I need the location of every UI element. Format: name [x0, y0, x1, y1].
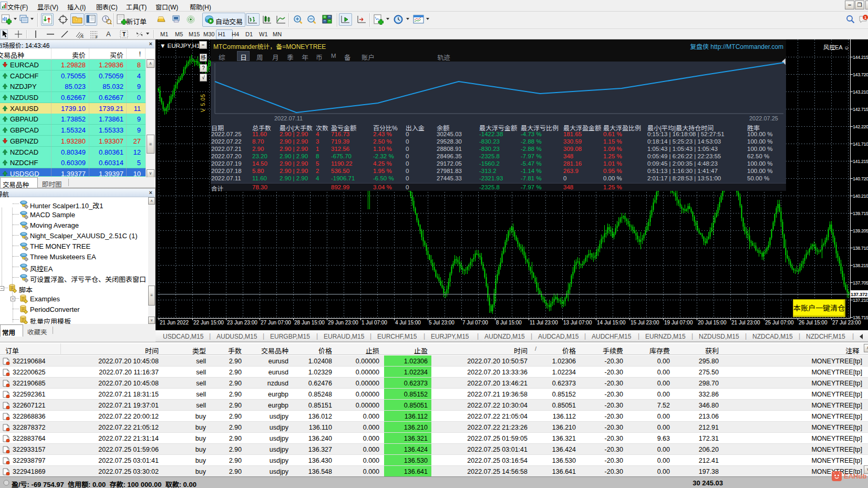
svg-text:8 Jul 15:00: 8 Jul 15:00: [496, 320, 522, 326]
svg-text:5 Jul 23:00: 5 Jul 23:00: [429, 320, 454, 326]
svg-text:1 Jul 07:00: 1 Jul 07:00: [361, 320, 387, 326]
svg-text:142.715: 142.715: [853, 107, 868, 112]
svg-text:137.372: 137.372: [851, 292, 867, 297]
svg-text:14 Jul 15:00: 14 Jul 15:00: [597, 320, 626, 326]
svg-text:139.205: 139.205: [853, 228, 868, 233]
svg-text:E: E: [81, 35, 84, 38]
svg-text:140.210: 140.210: [853, 194, 868, 199]
svg-text:138.710: 138.710: [853, 246, 868, 251]
svg-text:20 Jul 15:00: 20 Jul 15:00: [698, 320, 727, 326]
svg-text:23 Jun 23:00: 23 Jun 23:00: [227, 320, 257, 326]
svg-text:141.710: 141.710: [853, 141, 868, 147]
svg-text:4 Jul 15:00: 4 Jul 15:00: [395, 320, 421, 326]
svg-text:11 Jul 23:00: 11 Jul 23:00: [530, 320, 558, 326]
svg-text:27 Jun 07:00: 27 Jun 07:00: [261, 320, 291, 326]
svg-text:144.215: 144.215: [853, 55, 868, 60]
svg-text:143.720: 143.720: [853, 72, 868, 77]
svg-text:138.215: 138.215: [853, 263, 868, 268]
svg-text:15 Jul 23:00: 15 Jul 23:00: [631, 320, 659, 326]
svg-text:F: F: [96, 35, 98, 38]
svg-text:T: T: [122, 32, 126, 37]
svg-text:28 Jun 15:00: 28 Jun 15:00: [294, 320, 325, 326]
svg-text:142.220: 142.220: [853, 124, 868, 129]
svg-text:141.215: 141.215: [853, 159, 868, 164]
svg-text:137.210: 137.210: [853, 298, 868, 303]
svg-text:137.705: 137.705: [853, 280, 868, 286]
svg-text:26 Jul 15:00: 26 Jul 15:00: [799, 320, 828, 326]
svg-text:13 Jul 07:00: 13 Jul 07:00: [563, 320, 592, 326]
svg-text:140.720: 140.720: [853, 176, 868, 181]
svg-text:139.715: 139.715: [853, 211, 868, 216]
svg-text:25 Jul 07:00: 25 Jul 07:00: [765, 320, 794, 326]
svg-text:19 Jul 07:00: 19 Jul 07:00: [664, 320, 693, 326]
svg-text:21 Jul 23:00: 21 Jul 23:00: [731, 320, 760, 326]
svg-text:136.715: 136.715: [853, 315, 868, 320]
svg-text:1: 1: [864, 15, 867, 20]
svg-text:21 Jun 2022: 21 Jun 2022: [160, 320, 189, 326]
svg-text:7 Jul 07:00: 7 Jul 07:00: [462, 320, 488, 326]
svg-text:27 Jul 23:00: 27 Jul 23:00: [832, 320, 861, 326]
svg-text:29 Jun 23:00: 29 Jun 23:00: [328, 320, 358, 326]
svg-text:22 Jun 15:00: 22 Jun 15:00: [193, 320, 224, 326]
svg-text:143.210: 143.210: [853, 89, 868, 95]
